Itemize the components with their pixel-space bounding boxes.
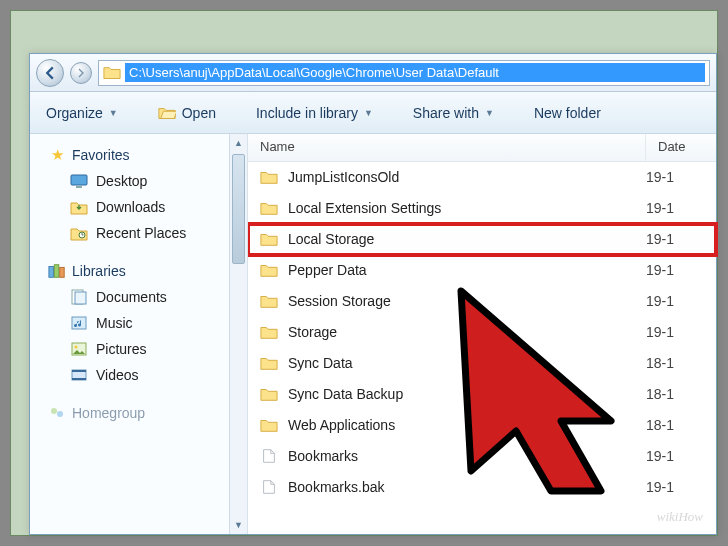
svg-rect-1 <box>76 186 82 188</box>
sidebar-item-documents[interactable]: Documents <box>48 284 239 310</box>
downloads-icon <box>70 198 88 216</box>
file-row[interactable]: Local Extension Settings19-1 <box>248 193 716 224</box>
pictures-icon <box>70 340 88 358</box>
sidebar-item-downloads[interactable]: Downloads <box>48 194 239 220</box>
file-name: Bookmarks <box>288 448 358 464</box>
homegroup-icon <box>48 404 66 422</box>
file-row[interactable]: Bookmarks.bak19-1 <box>248 472 716 503</box>
organize-menu[interactable]: Organize▼ <box>40 101 124 125</box>
folder-icon <box>260 230 278 248</box>
file-icon <box>260 478 278 496</box>
svg-rect-5 <box>60 267 64 277</box>
sidebar-item-pictures[interactable]: Pictures <box>48 336 239 362</box>
address-bar: C:\Users\anuj\AppData\Local\Google\Chrom… <box>30 54 716 92</box>
file-name: Storage <box>288 324 337 340</box>
file-name: Local Extension Settings <box>288 200 441 216</box>
include-library-menu[interactable]: Include in library▼ <box>250 101 379 125</box>
file-date: 18-1 <box>646 386 704 402</box>
file-date: 19-1 <box>646 324 704 340</box>
column-name[interactable]: Name <box>248 134 646 161</box>
file-date: 18-1 <box>646 355 704 371</box>
address-input[interactable]: C:\Users\anuj\AppData\Local\Google\Chrom… <box>98 60 710 86</box>
svg-rect-4 <box>54 265 59 278</box>
file-row[interactable]: Bookmarks19-1 <box>248 441 716 472</box>
svg-rect-8 <box>72 317 86 329</box>
file-row[interactable]: Local Storage19-1 <box>248 224 716 255</box>
file-row[interactable]: Storage19-1 <box>248 317 716 348</box>
file-date: 19-1 <box>646 200 704 216</box>
file-name: JumpListIconsOld <box>288 169 399 185</box>
desktop-icon <box>70 172 88 190</box>
file-date: 19-1 <box>646 262 704 278</box>
chevron-down-icon: ▼ <box>364 108 373 118</box>
sidebar-item-recent[interactable]: Recent Places <box>48 220 239 246</box>
sidebar-item-desktop[interactable]: Desktop <box>48 168 239 194</box>
file-row[interactable]: Sync Data18-1 <box>248 348 716 379</box>
folder-icon <box>260 323 278 341</box>
column-date[interactable]: Date <box>646 134 716 161</box>
music-icon <box>70 314 88 332</box>
new-folder-button[interactable]: New folder <box>528 101 607 125</box>
file-list: Name Date JumpListIconsOld19-1Local Exte… <box>248 134 716 534</box>
file-date: 18-1 <box>646 417 704 433</box>
videos-icon <box>70 366 88 384</box>
watermark: wikiHow <box>657 509 703 525</box>
folder-icon <box>260 199 278 217</box>
svg-rect-7 <box>75 292 86 304</box>
folder-icon <box>260 261 278 279</box>
folder-icon <box>260 168 278 186</box>
folder-icon <box>260 292 278 310</box>
file-name: Bookmarks.bak <box>288 479 384 495</box>
file-row[interactable]: Pepper Data19-1 <box>248 255 716 286</box>
file-date: 19-1 <box>646 448 704 464</box>
frame: C:\Users\anuj\AppData\Local\Google\Chrom… <box>10 10 718 536</box>
open-icon <box>158 104 176 122</box>
sidebar-favorites[interactable]: ★ Favorites <box>48 142 239 168</box>
sidebar-scrollbar[interactable]: ▲ ▼ <box>229 134 247 534</box>
file-icon <box>260 447 278 465</box>
sidebar-homegroup[interactable]: Homegroup <box>48 400 239 426</box>
file-name: Pepper Data <box>288 262 367 278</box>
file-row[interactable]: Sync Data Backup18-1 <box>248 379 716 410</box>
svg-rect-3 <box>49 267 54 278</box>
share-with-menu[interactable]: Share with▼ <box>407 101 500 125</box>
chevron-down-icon: ▼ <box>109 108 118 118</box>
chevron-down-icon: ▼ <box>485 108 494 118</box>
recent-icon <box>70 224 88 242</box>
file-date: 19-1 <box>646 231 704 247</box>
forward-button[interactable] <box>70 62 92 84</box>
sidebar: ★ Favorites Desktop Downloads Recent Pla… <box>30 134 248 534</box>
file-date: 19-1 <box>646 169 704 185</box>
file-name: Local Storage <box>288 231 374 247</box>
scroll-up-icon[interactable]: ▲ <box>230 134 247 152</box>
svg-rect-0 <box>71 175 87 185</box>
scroll-down-icon[interactable]: ▼ <box>230 516 247 534</box>
documents-icon <box>70 288 88 306</box>
toolbar: Organize▼ Open Include in library▼ Share… <box>30 92 716 134</box>
window-body: ★ Favorites Desktop Downloads Recent Pla… <box>30 134 716 534</box>
sidebar-libraries[interactable]: Libraries <box>48 258 239 284</box>
folder-icon <box>103 64 121 82</box>
svg-point-15 <box>57 411 63 417</box>
folder-icon <box>260 385 278 403</box>
address-path-text: C:\Users\anuj\AppData\Local\Google\Chrom… <box>125 63 705 82</box>
file-name: Web Applications <box>288 417 395 433</box>
svg-point-14 <box>51 408 57 414</box>
svg-rect-13 <box>72 378 86 380</box>
file-row[interactable]: Web Applications18-1 <box>248 410 716 441</box>
libraries-icon <box>48 262 66 280</box>
sidebar-item-videos[interactable]: Videos <box>48 362 239 388</box>
file-name: Session Storage <box>288 293 391 309</box>
column-headers: Name Date <box>248 134 716 162</box>
sidebar-item-music[interactable]: Music <box>48 310 239 336</box>
scroll-thumb[interactable] <box>232 154 245 264</box>
svg-rect-12 <box>72 370 86 372</box>
open-button[interactable]: Open <box>152 100 222 126</box>
folder-icon <box>260 354 278 372</box>
file-row[interactable]: Session Storage19-1 <box>248 286 716 317</box>
explorer-window: C:\Users\anuj\AppData\Local\Google\Chrom… <box>29 53 717 535</box>
svg-point-10 <box>75 346 78 349</box>
folder-icon <box>260 416 278 434</box>
file-row[interactable]: JumpListIconsOld19-1 <box>248 162 716 193</box>
back-button[interactable] <box>36 59 64 87</box>
